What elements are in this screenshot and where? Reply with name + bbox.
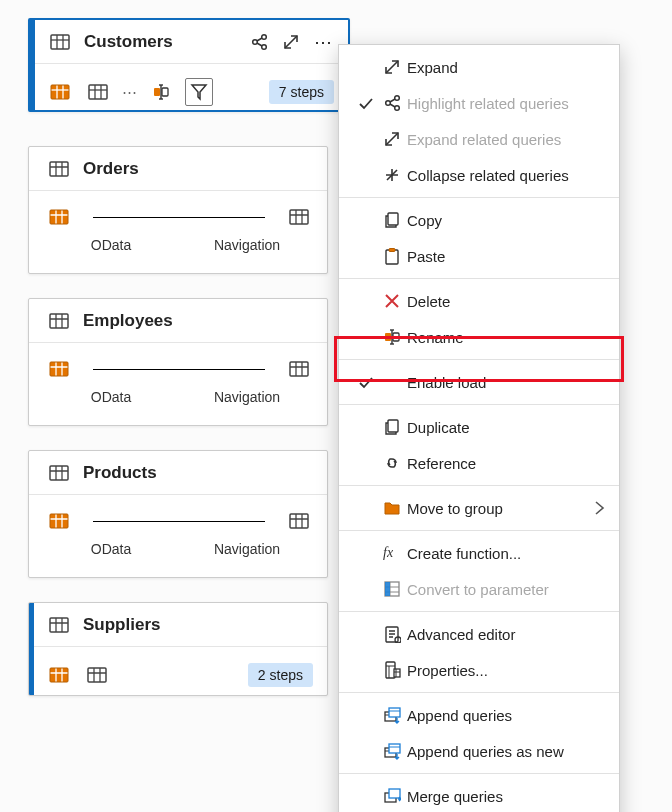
chevron-right-icon bbox=[587, 499, 605, 518]
related-icon[interactable] bbox=[248, 31, 270, 53]
query-title: Suppliers bbox=[83, 615, 160, 635]
advanced-editor-icon bbox=[377, 625, 407, 643]
query-title: Customers bbox=[84, 32, 173, 52]
expand-icon[interactable] bbox=[280, 31, 302, 53]
paste-icon bbox=[377, 247, 407, 265]
menu-delete[interactable]: Delete bbox=[339, 283, 619, 319]
query-card-customers[interactable]: Customers ⋯ ⋯ 7 steps bbox=[28, 18, 350, 112]
menu-merge-queries[interactable]: Merge queries bbox=[339, 778, 619, 812]
menu-expand[interactable]: Expand bbox=[339, 49, 619, 85]
query-card-orders[interactable]: Orders OData Navigation bbox=[28, 146, 328, 274]
copy-icon bbox=[377, 211, 407, 229]
menu-expand-related[interactable]: Expand related queries bbox=[339, 121, 619, 157]
step-label: OData bbox=[45, 389, 177, 405]
menu-append-queries[interactable]: Append queries bbox=[339, 697, 619, 733]
menu-create-function[interactable]: Create function... bbox=[339, 535, 619, 571]
menu-reference[interactable]: Reference bbox=[339, 445, 619, 481]
odata-icon[interactable] bbox=[45, 507, 73, 535]
table-gray-icon[interactable] bbox=[83, 661, 111, 689]
rename-step-icon[interactable] bbox=[147, 78, 175, 106]
expand-icon bbox=[377, 58, 407, 76]
menu-append-queries-new[interactable]: Append queries as new bbox=[339, 733, 619, 769]
merge-icon bbox=[377, 787, 407, 805]
table-icon bbox=[45, 459, 73, 487]
ellipsis: ⋯ bbox=[122, 83, 137, 101]
step-label: OData bbox=[45, 541, 177, 557]
check-icon bbox=[353, 95, 377, 111]
navigation-icon[interactable] bbox=[285, 355, 313, 383]
table-orange-icon[interactable] bbox=[46, 78, 74, 106]
duplicate-icon bbox=[377, 418, 407, 436]
step-label: Navigation bbox=[181, 541, 313, 557]
query-card-suppliers[interactable]: Suppliers 2 steps bbox=[28, 602, 328, 696]
related-icon bbox=[377, 94, 407, 112]
collapse-icon bbox=[377, 166, 407, 184]
table-icon bbox=[45, 611, 73, 639]
properties-icon bbox=[377, 661, 407, 679]
menu-paste[interactable]: Paste bbox=[339, 238, 619, 274]
query-title: Employees bbox=[83, 311, 173, 331]
table-icon bbox=[46, 28, 74, 56]
table-orange-icon[interactable] bbox=[45, 661, 73, 689]
delete-icon bbox=[377, 292, 407, 310]
query-card-products[interactable]: Products OData Navigation bbox=[28, 450, 328, 578]
table-gray-icon[interactable] bbox=[84, 78, 112, 106]
append-new-icon bbox=[377, 742, 407, 760]
query-card-employees[interactable]: Employees OData Navigation bbox=[28, 298, 328, 426]
expand-icon bbox=[377, 130, 407, 148]
menu-copy[interactable]: Copy bbox=[339, 202, 619, 238]
odata-icon[interactable] bbox=[45, 355, 73, 383]
annotation-highlight bbox=[334, 336, 624, 382]
menu-properties[interactable]: Properties... bbox=[339, 652, 619, 688]
query-title: Orders bbox=[83, 159, 139, 179]
step-count[interactable]: 2 steps bbox=[248, 663, 313, 687]
navigation-icon[interactable] bbox=[285, 507, 313, 535]
table-icon bbox=[45, 307, 73, 335]
step-label: Navigation bbox=[181, 389, 313, 405]
table-icon bbox=[45, 155, 73, 183]
reference-icon bbox=[377, 454, 407, 472]
step-label: Navigation bbox=[181, 237, 313, 253]
fx-icon bbox=[377, 544, 407, 562]
append-icon bbox=[377, 706, 407, 724]
query-title: Products bbox=[83, 463, 157, 483]
step-count[interactable]: 7 steps bbox=[269, 80, 334, 104]
navigation-icon[interactable] bbox=[285, 203, 313, 231]
menu-highlight-related[interactable]: Highlight related queries bbox=[339, 85, 619, 121]
menu-convert-parameter[interactable]: Convert to parameter bbox=[339, 571, 619, 607]
menu-duplicate[interactable]: Duplicate bbox=[339, 409, 619, 445]
context-menu: Expand Highlight related queries Expand … bbox=[338, 44, 620, 812]
filter-icon[interactable] bbox=[185, 78, 213, 106]
step-label: OData bbox=[45, 237, 177, 253]
menu-move-to-group[interactable]: Move to group bbox=[339, 490, 619, 526]
grid-icon bbox=[377, 580, 407, 598]
menu-advanced-editor[interactable]: Advanced editor bbox=[339, 616, 619, 652]
menu-collapse-related[interactable]: Collapse related queries bbox=[339, 157, 619, 193]
odata-icon[interactable] bbox=[45, 203, 73, 231]
more-icon[interactable]: ⋯ bbox=[312, 31, 334, 53]
folder-icon bbox=[377, 499, 407, 517]
